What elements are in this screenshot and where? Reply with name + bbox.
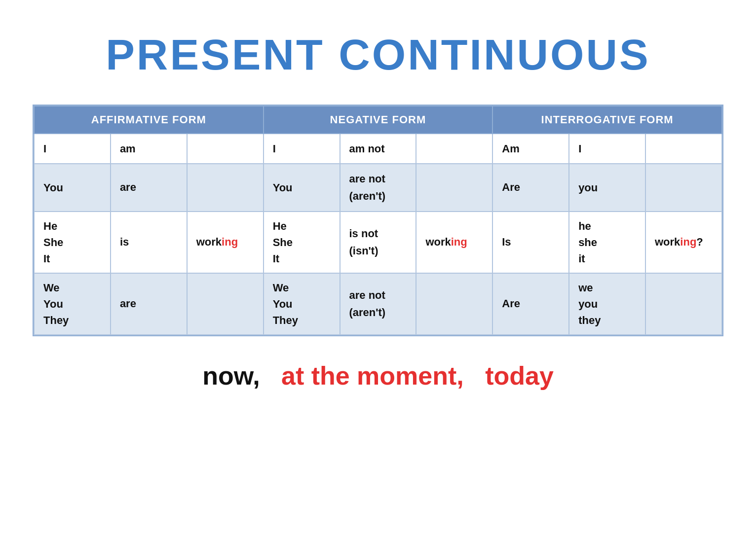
neg-verb-you: are not (aren't) bbox=[340, 164, 416, 211]
int-working-i bbox=[645, 134, 722, 164]
int-aux-we: Are bbox=[492, 273, 569, 335]
aff-verb-we: are bbox=[111, 273, 187, 335]
neg-subject-you: You bbox=[264, 164, 340, 211]
neg-subject-we: We You They bbox=[264, 273, 340, 335]
aff-working-you bbox=[187, 164, 264, 211]
grammar-table-wrapper: AFFIRMATIVE FORM NEGATIVE FORM INTERROGA… bbox=[33, 105, 723, 336]
aff-verb-i: am bbox=[111, 134, 187, 164]
int-aux-he: Is bbox=[492, 212, 569, 273]
phrase-now: now, bbox=[202, 361, 260, 390]
neg-verb-he: is not (isn't) bbox=[340, 212, 416, 273]
page-wrapper: PRESENT CONTINUOUS AFFIRMATIVE FORM NEGA… bbox=[0, 15, 756, 534]
ing-highlight: ing bbox=[680, 236, 696, 248]
table-row: You are You are not (aren't) Are bbox=[34, 164, 722, 211]
int-aux-i: Am bbox=[492, 134, 569, 164]
neg-working-you bbox=[416, 164, 492, 211]
negative-header: NEGATIVE FORM bbox=[264, 106, 493, 134]
aff-subject-i: I bbox=[34, 134, 111, 164]
page-title: PRESENT CONTINUOUS bbox=[106, 30, 650, 80]
neg-verb-we: are not (aren't) bbox=[340, 273, 416, 335]
neg-working-we bbox=[416, 273, 492, 335]
neg-working-he: working bbox=[416, 212, 492, 273]
table-row: He She It is working He She It is not (i… bbox=[34, 212, 722, 273]
int-subject-he: he she it bbox=[569, 212, 645, 273]
aff-verb-you: are bbox=[111, 164, 187, 211]
grammar-table: AFFIRMATIVE FORM NEGATIVE FORM INTERROGA… bbox=[34, 106, 722, 335]
neg-verb-i: am not bbox=[340, 134, 416, 164]
neg-subject-i: I bbox=[264, 134, 340, 164]
aff-working-i bbox=[187, 134, 264, 164]
int-aux-you: Are bbox=[492, 164, 569, 211]
int-working-you bbox=[645, 164, 722, 211]
interrogative-header: INTERROGATIVE FORM bbox=[492, 106, 722, 134]
aff-subject-you: You bbox=[34, 164, 111, 211]
int-subject-i: I bbox=[569, 134, 645, 164]
aff-working-we bbox=[187, 273, 264, 335]
aff-working-he: working bbox=[187, 212, 264, 273]
int-working-he: working? bbox=[645, 212, 722, 273]
phrase-at-the-moment: at the moment, bbox=[281, 361, 464, 390]
aff-verb-he: is bbox=[111, 212, 187, 273]
int-working-we bbox=[645, 273, 722, 335]
int-subject-you: you bbox=[569, 164, 645, 211]
neg-subject-he: He She It bbox=[264, 212, 340, 273]
int-subject-we: we you they bbox=[569, 273, 645, 335]
header-row: AFFIRMATIVE FORM NEGATIVE FORM INTERROGA… bbox=[34, 106, 722, 134]
ing-highlight: ing bbox=[451, 236, 467, 248]
phrase-today: today bbox=[485, 361, 554, 390]
table-row: We You They are We You They are not (are… bbox=[34, 273, 722, 335]
aff-subject-we: We You They bbox=[34, 273, 111, 335]
table-row: I am I am not Am bbox=[34, 134, 722, 164]
ing-highlight: ing bbox=[222, 236, 238, 248]
affirmative-header: AFFIRMATIVE FORM bbox=[34, 106, 264, 134]
aff-subject-he: He She It bbox=[34, 212, 111, 273]
neg-working-i bbox=[416, 134, 492, 164]
footer-phrases: now, at the moment, today bbox=[202, 361, 554, 391]
